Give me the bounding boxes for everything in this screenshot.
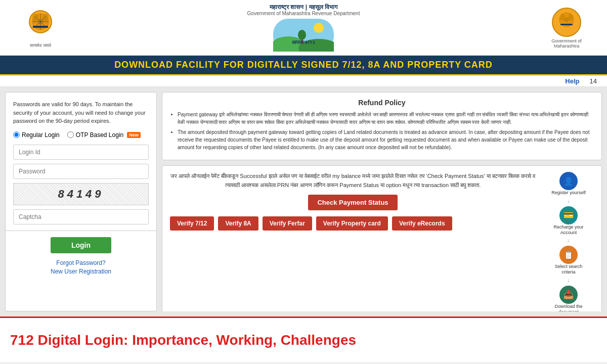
center-logo: महाराष्ट्र शासन | महसूल विभाग Government…	[247, 4, 360, 52]
right-panel: Refund Policy Payment gateway द्वारे अभि…	[162, 92, 602, 311]
refund-policy-title: Refund Policy	[170, 99, 594, 107]
steps-icons: 👤 Register yourself ↓ 💳 Recharge yourAcc…	[543, 172, 594, 311]
step-2-item: 💳 Recharge yourAccount	[553, 206, 583, 236]
otp-login-label: OTP Based Login	[76, 131, 124, 139]
login-divider	[6, 231, 156, 231]
svg-rect-20	[560, 24, 573, 25]
step-4-item: 📥 Download thedocument	[554, 286, 582, 311]
step-2-label: Recharge yourAccount	[553, 224, 583, 236]
login-id-input[interactable]	[13, 145, 149, 160]
left-emblem: सत्यमेव जयते	[10, 7, 71, 49]
step-4-label: Download thedocument	[554, 304, 582, 311]
refund-point-2: The amount deposited through payment gat…	[178, 128, 594, 151]
main-content: Passwords are valid for 90 days. To main…	[0, 87, 607, 316]
banner-text: DOWNLOAD FACILITY FOR DIGITALLY SIGNED 7…	[114, 60, 493, 70]
bottom-title-text: 712 Digital Login: Importance, Working, …	[10, 332, 356, 348]
forgot-password-link[interactable]: Forgot Password?	[13, 259, 149, 266]
svg-point-4	[42, 14, 49, 22]
center-top-text: महाराष्ट्र शासन | महसूल विभाग Government…	[247, 4, 360, 16]
criteria-icon: 📋	[559, 246, 578, 264]
register-icon: 👤	[559, 172, 578, 190]
login-links: Forgot Password? New User Registration	[13, 259, 149, 275]
payment-text-area: जर आपले ऑनलाईन पेमेंट बँकेकडून Successfu…	[170, 172, 536, 231]
refund-point-1: Payment gateway द्वारे अभिलेखांच्या नक्क…	[178, 111, 594, 126]
help-link[interactable]: Help	[565, 77, 579, 85]
verify-8a-button[interactable]: Verify 8A	[218, 216, 258, 231]
ashoka-emblem-icon	[23, 7, 58, 42]
verify-712-button[interactable]: Verify 7/12	[170, 216, 214, 231]
right-logo-text: Government of Maharashtra	[551, 38, 582, 49]
step-1-item: 👤 Register yourself	[551, 172, 586, 196]
new-badge: New	[127, 132, 141, 138]
svg-point-15	[298, 30, 306, 40]
otp-login-radio[interactable]: OTP Based Login New	[67, 131, 141, 139]
captcha-display: 84149	[13, 183, 149, 205]
download-icon: 📥	[559, 286, 578, 304]
step-arrow-3: ↓	[568, 278, 570, 283]
step-1-label: Register yourself	[551, 190, 586, 196]
refund-policy-box: Refund Policy Payment gateway द्वारे अभि…	[162, 92, 602, 160]
step-arrow-1: ↓	[568, 198, 570, 204]
regular-login-radio[interactable]: Regular Login	[13, 131, 60, 139]
maharashtra-logo-icon	[551, 7, 582, 37]
main-banner: DOWNLOAD FACILITY FOR DIGITALLY SIGNED 7…	[0, 56, 607, 76]
svg-point-3	[32, 14, 38, 22]
payment-marathi-text: जर आपले ऑनलाईन पेमेंट बँकेकडून Successfu…	[170, 172, 536, 190]
svg-text:आपला ७/१२: आपला ७/१२	[292, 39, 316, 45]
header: सत्यमेव जयते महाराष्ट्र शासन | महसूल विभ…	[0, 0, 607, 56]
right-logo: Government of Maharashtra	[536, 7, 597, 49]
center-marathi-text: महाराष्ट्र शासन | महसूल विभाग	[247, 4, 360, 11]
verify-ferfar-button[interactable]: Verify Ferfar	[263, 216, 312, 231]
login-button[interactable]: Login	[51, 237, 111, 253]
new-user-registration-link[interactable]: New User Registration	[13, 268, 149, 275]
emblem-text: सत्यमेव जयते	[30, 43, 51, 49]
step-arrow-2: ↓	[568, 238, 570, 243]
login-notice: Passwords are valid for 90 days. To main…	[13, 100, 149, 125]
bottom-title: 712 Digital Login: Importance, Working, …	[0, 316, 607, 362]
login-type-radio-group: Regular Login OTP Based Login New	[13, 131, 149, 139]
aapla-logo-icon: आपला ७/१२	[273, 19, 334, 52]
help-bar: Help 14	[0, 76, 607, 87]
svg-point-13	[314, 23, 324, 33]
step-3-label: Select searchcriteria	[555, 264, 583, 275]
verify-erecords-button[interactable]: Verify eRecords	[392, 216, 452, 231]
verify-buttons-group: Verify 7/12 Verify 8A Verify Ferfar Veri…	[170, 216, 536, 231]
verify-property-button[interactable]: Verify Property card	[316, 216, 388, 231]
otp-login-input[interactable]	[67, 131, 74, 138]
center-english-text: Government of Maharashtra Revenue Depart…	[247, 11, 360, 16]
step-3-item: 📋 Select searchcriteria	[555, 246, 583, 275]
recharge-icon: 💳	[559, 206, 578, 224]
login-panel: Passwords are valid for 90 days. To main…	[5, 92, 157, 311]
payment-status-box: जर आपले ऑनलाईन पेमेंट बँकेकडून Successfu…	[162, 165, 602, 311]
page-number: 14	[590, 77, 597, 85]
captcha-input[interactable]	[13, 209, 149, 224]
svg-point-21	[560, 14, 565, 21]
refund-policy-content: Payment gateway द्वारे अभिलेखांच्या नक्क…	[170, 111, 594, 151]
svg-point-22	[568, 14, 573, 21]
regular-login-label: Regular Login	[22, 131, 60, 139]
password-input[interactable]	[13, 164, 149, 179]
regular-login-input[interactable]	[13, 131, 20, 138]
check-payment-status-button[interactable]: Check Payment Status	[308, 195, 397, 210]
